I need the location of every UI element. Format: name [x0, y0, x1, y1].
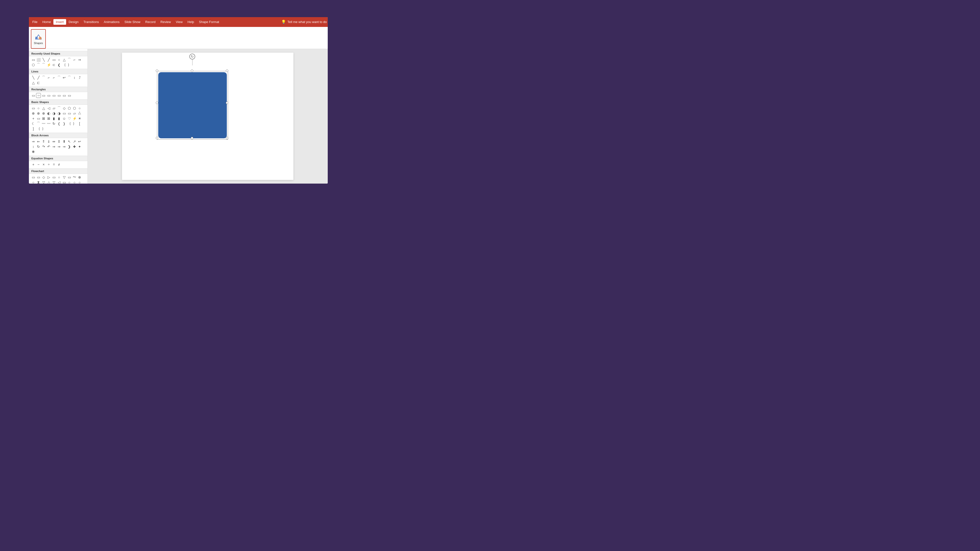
ba-pentagon[interactable]: ⇒	[62, 144, 67, 149]
handle-mid-right[interactable]	[226, 102, 228, 104]
bs-triangle[interactable]: △	[41, 106, 46, 111]
fc-data[interactable]: ▷	[46, 175, 51, 179]
shape-hex[interactable]: ⬡	[31, 62, 36, 67]
bs-cube[interactable]: ⊠	[46, 116, 51, 121]
eq-equals[interactable]: =	[51, 162, 56, 167]
handle-bot-left[interactable]	[156, 137, 158, 139]
shape-line2[interactable]: ╱	[46, 57, 51, 62]
menu-home[interactable]: Home	[40, 19, 53, 25]
shape-rect2[interactable]: ⬜	[36, 57, 41, 62]
ba-curved-right[interactable]: ↷	[41, 144, 46, 149]
bs-bracket2l[interactable]: [	[77, 121, 82, 126]
menu-shapeformat[interactable]: Shape Format	[196, 19, 221, 25]
menu-record[interactable]: Record	[143, 19, 158, 25]
rect-round2[interactable]: ▭	[67, 93, 72, 98]
bs-bracket-r[interactable]: ❭	[62, 121, 67, 126]
menu-animations[interactable]: Animations	[102, 19, 122, 25]
bs-circle[interactable]: ○	[36, 106, 41, 111]
ba-left[interactable]: ⇐	[36, 139, 41, 144]
ba-up[interactable]: ⇑	[41, 139, 46, 144]
fc-or[interactable]: ○	[31, 180, 36, 184]
bs-brace2l[interactable]: ｛	[36, 126, 41, 131]
handle-top-center[interactable]	[191, 70, 193, 72]
bs-trap[interactable]: ⌒	[57, 106, 62, 111]
line-scribble[interactable]: ⌒	[67, 75, 72, 80]
bs-bracket-l[interactable]: ❬	[57, 121, 62, 126]
bs-lightning[interactable]: ⚡	[72, 116, 77, 121]
line-straight[interactable]: ╲	[31, 75, 36, 80]
menu-review[interactable]: Review	[158, 19, 173, 25]
fc-process[interactable]: ▭	[31, 175, 36, 179]
fc-extract[interactable]: △	[46, 180, 51, 184]
fc-alt-process[interactable]: ▭	[36, 175, 41, 179]
shape-rrect[interactable]: ▭	[51, 57, 56, 62]
shape-brace-l[interactable]: ⌒	[36, 62, 41, 67]
shape-arc[interactable]: ⌒	[67, 57, 72, 62]
line-bracket[interactable]: ⊏	[36, 80, 41, 85]
bs-chord[interactable]: ◑	[51, 111, 56, 116]
line-elbow1[interactable]: ⌐	[46, 75, 51, 80]
bs-brace2r[interactable]: ｝	[41, 126, 46, 131]
fc-punched-tape[interactable]: 〜	[72, 175, 77, 179]
handle-top-left[interactable]	[156, 70, 158, 72]
fc-predefined[interactable]: ▭	[51, 175, 56, 179]
handle-bot-center[interactable]	[191, 137, 193, 139]
fc-offpage[interactable]: ▽	[62, 175, 67, 179]
line-curve[interactable]: ⌒	[57, 75, 62, 80]
eq-minus[interactable]: −	[36, 162, 41, 167]
rect-snip2[interactable]: ▭	[46, 93, 51, 98]
eq-plus[interactable]: +	[31, 162, 36, 167]
bs-12star[interactable]: ⊕	[41, 111, 46, 116]
fc-magnetic-disk[interactable]: ○	[72, 180, 77, 184]
shape-chevron[interactable]: ❮	[57, 62, 62, 67]
menu-slideshow[interactable]: Slide Show	[122, 19, 143, 25]
bs-plaque[interactable]: ▭	[36, 116, 41, 121]
ba-down[interactable]: ⇓	[46, 139, 51, 144]
bs-folded[interactable]: ▮	[57, 116, 62, 121]
shape-brace-open[interactable]: ｛	[62, 62, 67, 67]
ba-updown[interactable]: ⇕	[57, 139, 62, 144]
bs-wave[interactable]: 〰	[46, 121, 51, 126]
handle-mid-left[interactable]	[156, 102, 158, 104]
shape-arrow[interactable]: ⇒	[77, 57, 82, 62]
rect-snip4[interactable]: ▭	[57, 93, 62, 98]
fc-sort[interactable]: ▽	[41, 180, 46, 184]
bs-teardrop[interactable]: ◑	[57, 111, 62, 116]
ba-arrow-5[interactable]: ✦	[77, 144, 82, 149]
menu-help[interactable]: Help	[185, 19, 197, 25]
fc-card[interactable]: ▭	[67, 175, 72, 179]
ba-leftright[interactable]: ⇔	[51, 139, 56, 144]
shape-line[interactable]: ╲	[41, 57, 46, 62]
ba-striped-right[interactable]: ⇒	[51, 144, 56, 149]
bs-moon[interactable]: ☾	[31, 121, 36, 126]
shape-lightning[interactable]: ⚡	[46, 62, 51, 67]
ba-arrow-quad[interactable]: ✚	[72, 144, 77, 149]
bs-bracket2r[interactable]: ]	[31, 126, 36, 131]
bs-hex[interactable]: ⬡	[72, 106, 77, 111]
line-double[interactable]: ↕	[72, 75, 77, 80]
fc-stored-data[interactable]: ◁	[57, 180, 62, 184]
line-curved2[interactable]: ⤴	[77, 75, 82, 80]
ba-right[interactable]: ⇒	[31, 139, 36, 144]
bs-pie[interactable]: ◐	[46, 111, 51, 116]
rect-round1[interactable]: ▭	[62, 93, 67, 98]
slide-canvas[interactable]: ↻	[122, 52, 293, 180]
eq-div[interactable]: ÷	[46, 162, 51, 167]
shape-brace-close[interactable]: ｝	[67, 62, 72, 67]
bs-arc[interactable]: ⌒	[36, 121, 41, 126]
ba-bent-up[interactable]: ↗	[72, 139, 77, 144]
bs-left-brace[interactable]: ｛	[67, 121, 72, 126]
menu-design[interactable]: Design	[66, 19, 81, 25]
fc-summing-junction[interactable]: ⊕	[77, 175, 82, 179]
fc-decision[interactable]: ◇	[41, 175, 46, 179]
fc-collate[interactable]: ⧗	[36, 180, 41, 184]
rotate-handle[interactable]: ↻	[189, 54, 195, 59]
bs-circular-arrow[interactable]: ↻	[51, 121, 56, 126]
ba-left-right-up[interactable]: ↕	[31, 144, 36, 149]
fc-delay[interactable]: ▭	[62, 180, 67, 184]
bs-para[interactable]: ▱	[51, 106, 56, 111]
bs-frame[interactable]: ▭	[62, 111, 67, 116]
menu-transitions[interactable]: Transitions	[81, 19, 102, 25]
shape-tri[interactable]: △	[62, 57, 67, 62]
bs-double-wave[interactable]: 〰	[41, 121, 46, 126]
